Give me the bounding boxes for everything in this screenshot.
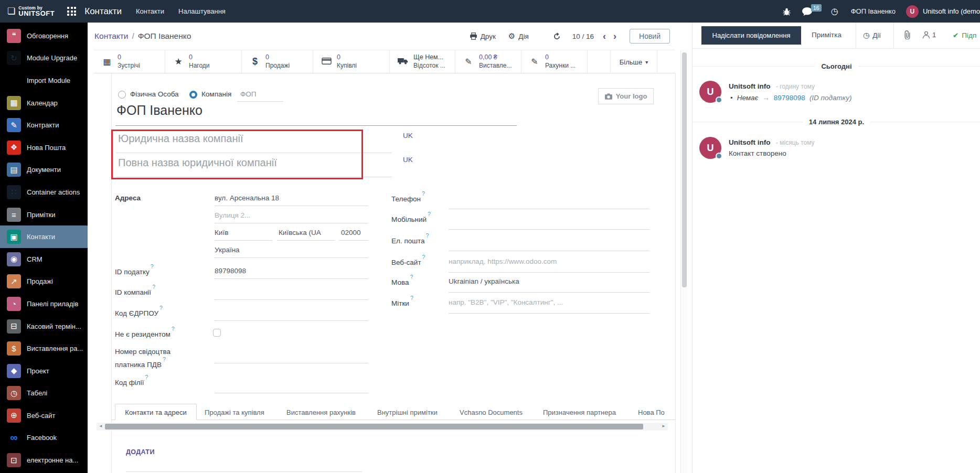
help-question-icon[interactable]: ? (410, 295, 413, 301)
follow-button[interactable]: ✔ Підп (953, 31, 976, 39)
horizontal-scrollbar-thumb[interactable] (105, 424, 643, 429)
radio-individual-label[interactable]: Фізична Особа (130, 90, 179, 98)
stat-sales[interactable]: $ 0 Продажі (242, 50, 313, 73)
stat-delivery-percent[interactable]: Ще Нем... Відсоток ... (390, 50, 455, 73)
help-question-icon[interactable]: ? (151, 263, 154, 270)
menu-contacts[interactable]: Контакти (136, 7, 164, 15)
help-question-icon[interactable]: ? (426, 232, 429, 239)
help-question-icon[interactable]: ? (152, 284, 155, 290)
tab-partner-assignment[interactable]: Призначення партнера (543, 408, 616, 416)
help-question-icon[interactable]: ? (172, 326, 175, 332)
stat-purchases[interactable]: 0 Купівлі (313, 50, 390, 73)
sidebar-item-pos[interactable]: ⊟ Касовий термін... (0, 315, 88, 338)
tab-sales-purchase[interactable]: Продажі та купівля (205, 408, 264, 416)
sidebar-item-discuss[interactable]: ❝ Обговорення (0, 25, 88, 47)
street-field[interactable]: вул. Арсенальна 18 (215, 194, 279, 202)
stat-vendor-bills[interactable]: ✎ 0 Рахунки ... (521, 50, 588, 73)
add-line-link[interactable]: ДОДАТИ (126, 448, 155, 456)
state-field[interactable]: Київська (UA (279, 229, 333, 236)
sidebar-item-timesheets[interactable]: ◷ Табелі (0, 382, 88, 405)
tab-internal-notes[interactable]: Внутрішні примітки (377, 408, 438, 416)
sidebar-item-elearning[interactable]: ⊡ електронне на... (0, 449, 88, 471)
pager-next-button[interactable]: › (610, 31, 620, 42)
sidebar-item-documents[interactable]: ▤ Документи (0, 159, 88, 181)
message-author[interactable]: Unitsoft info (729, 138, 770, 146)
sidebar-item-contracts[interactable]: ✎ Контракти (0, 114, 88, 136)
attachments-paperclip-icon[interactable] (903, 30, 911, 41)
sidebar-item-container-actions[interactable]: ∷ Container actions (0, 181, 88, 203)
pager-previous-button[interactable]: ‹ (599, 31, 610, 42)
refresh-button[interactable] (553, 33, 561, 40)
help-question-icon[interactable]: ? (422, 190, 425, 197)
vertical-scrollbar-thumb[interactable] (682, 52, 687, 287)
company-type-field[interactable]: ФОП (240, 90, 256, 98)
tab-vchasno-documents[interactable]: Vchasno Documents (460, 408, 523, 416)
tab-contacts-addresses[interactable]: Контакти та адреси (115, 404, 197, 420)
scroll-right-arrow-icon[interactable]: ► (662, 424, 666, 428)
online-status-dot (716, 96, 722, 103)
sidebar-item-calendar[interactable]: ▦ Календар (0, 92, 88, 114)
new-record-button[interactable]: Новий (630, 29, 670, 44)
language-field[interactable]: Ukrainian / українська (449, 277, 519, 285)
activities-clock-icon[interactable]: ◷ (831, 6, 838, 16)
menu-settings[interactable]: Налаштування (178, 7, 226, 15)
sidebar-item-crm[interactable]: ◉ CRM (0, 248, 88, 271)
sidebar-item-dashboards[interactable]: ◔ Панелі приладів (0, 293, 88, 315)
sidebar-item-import-module[interactable]: Import Module (0, 69, 88, 92)
app-title[interactable]: Контакти (84, 6, 122, 17)
non-resident-checkbox[interactable] (213, 329, 221, 337)
activities-tab[interactable]: ◷ Дії (863, 31, 881, 39)
debug-bug-icon[interactable] (783, 7, 791, 16)
send-message-button[interactable]: Надіслати повідомлення (701, 26, 801, 45)
company-logo-button[interactable]: Your logo (598, 88, 654, 104)
tab-nova-poshta-truncated[interactable]: Нова По (638, 408, 665, 416)
sidebar-item-notes[interactable]: ≡ Примітки (0, 203, 88, 226)
stat-meetings[interactable]: ▦ 0 Зустрічі (94, 50, 165, 73)
vertical-scrollbar[interactable] (680, 50, 687, 473)
lang-badge-uk-2[interactable]: UK (403, 156, 413, 164)
city-field[interactable]: Київ (215, 229, 228, 236)
help-question-icon[interactable]: ? (422, 254, 425, 260)
print-button[interactable]: Друк (470, 33, 496, 40)
followers-button[interactable]: 1 (922, 31, 936, 39)
tax-id-field[interactable]: 89798098 (215, 267, 246, 275)
help-question-icon[interactable]: ? (163, 356, 166, 362)
stat-opportunities[interactable]: ★ 0 Нагоди (165, 50, 242, 73)
sidebar-item-nova-poshta[interactable]: ❖ Нова Пошта (0, 136, 88, 159)
help-question-icon[interactable]: ? (145, 374, 148, 380)
sidebar-item-invoicing[interactable]: $ Виставлення ра... (0, 337, 88, 360)
action-button[interactable]: ⚙ Дія (508, 31, 529, 41)
partner-name-field[interactable]: ФОП Іваненко (116, 103, 203, 118)
help-question-icon[interactable]: ? (410, 274, 413, 280)
company-switcher[interactable]: ФОП Іваненко (851, 7, 896, 15)
country-field[interactable]: Україна (215, 246, 240, 254)
radio-company-label[interactable]: Компанія (201, 90, 231, 98)
sidebar-item-website[interactable]: ⊕ Веб-сайт (0, 404, 88, 427)
stat-more-dropdown[interactable]: Більше ▾ (610, 50, 657, 73)
sidebar-item-project[interactable]: ◆ Проект (0, 360, 88, 382)
horizontal-scrollbar[interactable]: ◄ ► (97, 423, 668, 431)
user-avatar[interactable]: U (906, 5, 919, 18)
breadcrumb-parent[interactable]: Контакти (94, 31, 128, 41)
scroll-left-arrow-icon[interactable]: ◄ (99, 424, 103, 428)
apps-grid-icon[interactable] (67, 7, 76, 16)
tracking-new-value[interactable]: 89798098 (774, 94, 805, 102)
message-author[interactable]: Unitsoft info (729, 82, 770, 90)
radio-company[interactable] (189, 91, 197, 99)
log-note-tab[interactable]: Примітка (812, 31, 841, 39)
sidebar-item-facebook[interactable]: ∞ Facebook (0, 427, 88, 449)
sidebar-item-contacts[interactable]: ▣ Контакти (0, 225, 88, 248)
user-name[interactable]: Unitsoft info (demo (923, 7, 980, 15)
tags-field[interactable]: напр. "B2B", "VIP", "Консалтинг", ... (449, 298, 563, 306)
sidebar-item-module-upgrade[interactable]: ↻ Module Upgrade (0, 47, 88, 70)
help-question-icon[interactable]: ? (159, 305, 163, 311)
website-field[interactable]: наприклад, https://www.odoo.com (449, 257, 557, 265)
zip-field[interactable]: 02000 (341, 229, 361, 236)
street2-field[interactable]: Вулиця 2... (215, 211, 250, 219)
lang-badge-uk-1[interactable]: UK (403, 132, 413, 139)
sidebar-item-sales[interactable]: ↗ Продажі (0, 271, 88, 293)
help-question-icon[interactable]: ? (428, 211, 431, 217)
tab-invoicing[interactable]: Виставлення рахунків (286, 408, 356, 416)
radio-individual[interactable] (118, 91, 126, 99)
stat-invoiced[interactable]: ✎ 0,00 ₴ Виставле... (455, 50, 521, 73)
